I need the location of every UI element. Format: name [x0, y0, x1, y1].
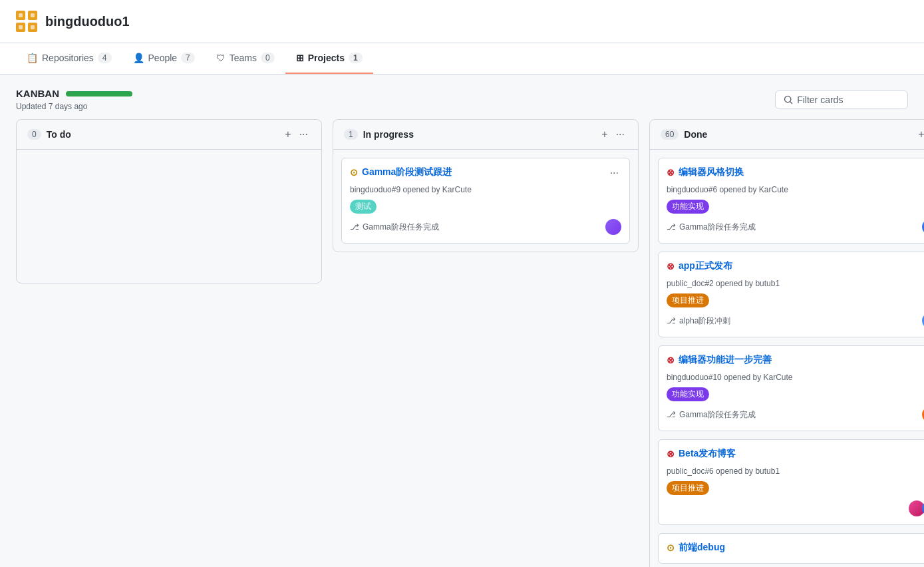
inprogress-status-icon: ⊙ [350, 167, 358, 178]
done-actions: + ··· [915, 128, 924, 141]
todo-body [17, 150, 321, 283]
header: bingduoduo1 [0, 0, 924, 43]
card-app-release-milestone: ⎇ alpha阶段冲刺 [667, 315, 730, 327]
card-editor-style-milestone: ⎇ Gamma阶段任务完成 [667, 222, 756, 233]
milestone-icon-2: ⎇ [667, 222, 676, 232]
card-editor-style-meta: bingduoduo#6 opened by KarCute [667, 185, 924, 194]
card-app-release: ⊗ app正式发布 ··· public_doc#2 opened by but… [658, 252, 924, 337]
org-logo [16, 11, 37, 32]
svg-rect-6 [19, 25, 23, 29]
tab-repositories[interactable]: 📋 Repositories 4 [16, 43, 122, 74]
card-editor-style-label: 功能实现 [667, 200, 924, 214]
card-gamma: ⊙ Gamma阶段测试跟进 ··· bingduoduo#9 opened by… [341, 158, 630, 244]
card-frontend-debug: ⊙ 前端debug ··· [658, 533, 924, 564]
svg-rect-4 [19, 13, 23, 17]
done-status-icon-3: ⊗ [667, 355, 675, 365]
kanban-info: KANBAN Updated 7 days ago [16, 88, 132, 111]
tab-teams[interactable]: 🛡 Teams 0 [206, 43, 285, 74]
column-done: 60 Done + ··· ⊗ 编辑器风格切换 ··· bingduoduo#6… [649, 119, 924, 567]
card-frontend-debug-title-row: ⊙ 前端debug ··· [667, 542, 924, 555]
inprogress-actions: + ··· [599, 128, 627, 141]
done-body: ⊗ 编辑器风格切换 ··· bingduoduo#6 opened by Kar… [650, 150, 924, 567]
done-status-icon-2: ⊗ [667, 261, 675, 272]
done-status-icon-4: ⊗ [667, 449, 675, 459]
kanban-board: 0 To do + ··· 1 In progress + ··· ⊙ [0, 119, 924, 567]
card-editor-improve-title[interactable]: ⊗ 编辑器功能进一步完善 [667, 354, 772, 366]
inprogress-more-button[interactable]: ··· [613, 128, 627, 141]
card-gamma-milestone: ⎇ Gamma阶段任务完成 [350, 222, 439, 233]
card-editor-style-title[interactable]: ⊗ 编辑器风格切换 [667, 166, 744, 178]
svg-rect-7 [31, 25, 35, 29]
card-editor-style-footer: ⎇ Gamma阶段任务完成 [667, 219, 924, 235]
card-beta-blog: ⊗ Beta发布博客 ··· public_doc#6 opened by bu… [658, 439, 924, 525]
card-gamma-footer: ⎇ Gamma阶段任务完成 [350, 219, 621, 235]
done-add-button[interactable]: + [915, 128, 924, 141]
milestone-icon-3: ⎇ [667, 316, 676, 325]
kanban-progress-bar [66, 91, 132, 96]
card-app-release-title-row: ⊗ app正式发布 ··· [667, 260, 924, 274]
inprogress-body: ⊙ Gamma阶段测试跟进 ··· bingduoduo#9 opened by… [333, 150, 638, 252]
card-editor-improve-title-row: ⊗ 编辑器功能进一步完善 ··· [667, 354, 924, 367]
card-editor-improve-milestone: ⎇ Gamma阶段任务完成 [667, 409, 756, 421]
column-todo: 0 To do + ··· [16, 119, 322, 284]
kanban-title-row: KANBAN [16, 88, 132, 99]
card-beta-blog-title[interactable]: ⊗ Beta发布博客 [667, 448, 736, 460]
card-gamma-avatar [605, 219, 621, 235]
tab-projects[interactable]: ⊞ Projects 1 [285, 43, 373, 74]
card-gamma-more-button[interactable]: ··· [607, 166, 621, 180]
card-gamma-label: 测试 [350, 200, 621, 214]
card-beta-blog-footer [667, 500, 924, 516]
column-todo-header: 0 To do + ··· [17, 120, 321, 150]
todo-actions: + ··· [282, 128, 311, 141]
kanban-title-text: KANBAN [16, 88, 59, 99]
filter-cards-input[interactable] [797, 94, 899, 105]
search-icon [784, 94, 793, 105]
card-editor-style: ⊗ 编辑器风格切换 ··· bingduoduo#6 opened by Kar… [658, 158, 924, 244]
tabs-bar: 📋 Repositories 4 👤 People 7 🛡 Teams 0 ⊞ … [0, 43, 924, 75]
teams-icon: 🛡 [216, 53, 226, 63]
inprogress-add-button[interactable]: + [599, 128, 610, 141]
todo-more-button[interactable]: ··· [297, 128, 311, 141]
tab-people[interactable]: 👤 People 7 [122, 43, 206, 74]
card-frontend-debug-title[interactable]: ⊙ 前端debug [667, 542, 725, 554]
column-inprogress: 1 In progress + ··· ⊙ Gamma阶段测试跟进 ··· bi… [333, 119, 639, 252]
filter-cards-input-wrapper[interactable] [775, 91, 908, 109]
card-app-release-label: 项目推进 [667, 293, 924, 307]
card-app-release-meta: public_doc#2 opened by butub1 [667, 279, 924, 288]
card-editor-improve-label: 功能实现 [667, 387, 924, 401]
card-beta-blog-label: 项目推进 [667, 481, 924, 495]
card-gamma-title[interactable]: ⊙ Gamma阶段测试跟进 [350, 166, 452, 178]
milestone-icon-4: ⎇ [667, 410, 676, 419]
card-beta-blog-meta: public_doc#6 opened by butub1 [667, 467, 924, 476]
card-editor-improve-meta: bingduoduo#10 opened by KarCute [667, 373, 924, 382]
card-editor-style-title-row: ⊗ 编辑器风格切换 ··· [667, 166, 924, 180]
kanban-updated: Updated 7 days ago [16, 102, 132, 111]
projects-icon: ⊞ [296, 53, 304, 63]
card-app-release-title[interactable]: ⊗ app正式发布 [667, 260, 732, 272]
done-status-icon-1: ⊗ [667, 167, 675, 178]
repositories-icon: 📋 [27, 53, 38, 63]
card-editor-improve: ⊗ 编辑器功能进一步完善 ··· bingduoduo#10 opened by… [658, 345, 924, 431]
svg-rect-5 [31, 13, 35, 17]
inprogress-status-icon-2: ⊙ [667, 542, 675, 553]
todo-add-button[interactable]: + [282, 128, 293, 141]
people-icon: 👤 [133, 53, 144, 63]
card-editor-improve-footer: ⎇ Gamma阶段任务完成 [667, 407, 924, 423]
kanban-header: KANBAN Updated 7 days ago [0, 75, 924, 119]
milestone-icon: ⎇ [350, 222, 359, 232]
card-gamma-title-row: ⊙ Gamma阶段测试跟进 ··· [350, 166, 621, 180]
column-inprogress-header: 1 In progress + ··· [333, 120, 638, 150]
card-gamma-meta: bingduoduo#9 opened by KarCute [350, 185, 621, 194]
card-app-release-footer: ⎇ alpha阶段冲刺 [667, 313, 924, 329]
org-name: bingduoduo1 [45, 14, 130, 29]
column-done-header: 60 Done + ··· [650, 120, 924, 150]
card-beta-blog-avatars [909, 500, 924, 516]
card-beta-blog-title-row: ⊗ Beta发布博客 ··· [667, 448, 924, 461]
